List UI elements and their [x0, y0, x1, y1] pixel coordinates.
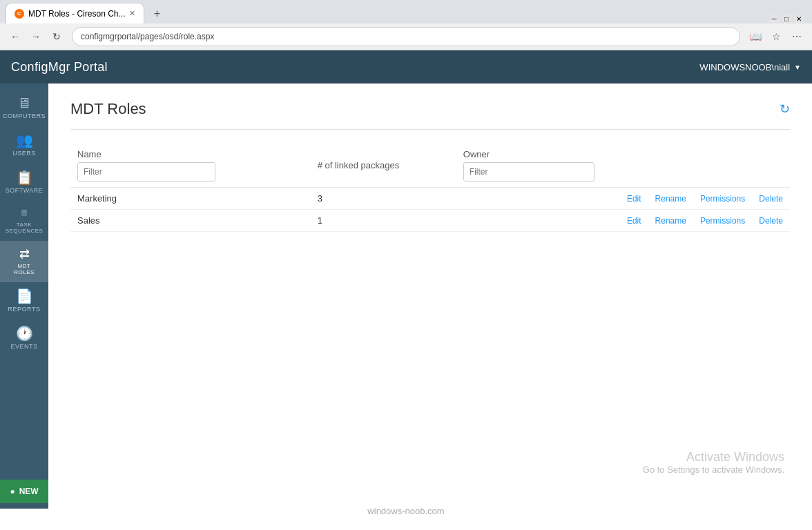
row-sales-name: Sales [70, 210, 311, 232]
col-header-owner: Owner [456, 144, 613, 188]
sidebar-software-label: SOFTWARE [6, 187, 44, 194]
footer-watermark: windows-noob.com [367, 506, 444, 509]
new-tab-button[interactable]: + [147, 4, 166, 23]
favorites-button[interactable]: ☆ [766, 27, 786, 46]
col-header-packages: # of linked packages [311, 144, 456, 188]
marketing-permissions-link[interactable]: Permissions [700, 194, 745, 204]
row-marketing-rename-cell: Rename [648, 188, 693, 210]
new-button[interactable]: ● NEW [0, 480, 48, 503]
refresh-button[interactable]: ↻ [780, 101, 790, 117]
sidebar-mdt-roles-label: MDTROLES [14, 263, 35, 275]
section-divider [70, 129, 790, 130]
sidebar-item-events[interactable]: 🕐 EVENTS [0, 320, 48, 357]
roles-table: Name # of linked packages Owner [70, 144, 790, 232]
row-sales-delete-cell: Delete [752, 210, 790, 232]
mdt-roles-icon: ⇄ [19, 248, 30, 260]
window-maximize-button[interactable]: □ [782, 14, 791, 23]
events-icon: 🕐 [16, 326, 33, 340]
address-bar: ← → ↻ 📖 ☆ ⋯ [0, 23, 812, 50]
table-row: Marketing 3 Edit Rename Permissions [70, 188, 790, 210]
row-marketing-packages: 3 [311, 188, 456, 210]
name-filter-input[interactable] [77, 162, 215, 181]
row-marketing-owner [456, 188, 613, 210]
row-sales-edit-cell: Edit [613, 210, 648, 232]
table-row: Sales 1 Edit Rename Permissions [70, 210, 790, 232]
row-sales-owner [456, 210, 613, 232]
footer-text: windows-noob.com [367, 506, 444, 509]
sidebar-computers-label: COMPUTERS [3, 112, 46, 119]
col-header-permissions [693, 144, 752, 188]
user-menu[interactable]: WINDOWSNOOB\niall ▼ [699, 62, 801, 72]
sidebar-users-label: USERS [12, 150, 36, 157]
row-marketing-name: Marketing [70, 188, 311, 210]
users-icon: 👥 [16, 133, 33, 147]
sidebar-item-computers[interactable]: 🖥 COMPUTERS [0, 89, 48, 126]
sidebar-reports-label: REPORTS [8, 306, 41, 313]
col-header-name: Name [70, 144, 311, 188]
task-sequences-icon: ≡ [21, 208, 27, 219]
owner-filter-input[interactable] [463, 162, 594, 181]
marketing-edit-link[interactable]: Edit [627, 194, 641, 204]
browser-actions: 📖 ☆ ⋯ [746, 27, 806, 46]
sidebar-events-label: EVENTS [10, 343, 37, 350]
tab-close-button[interactable]: ✕ [129, 9, 135, 18]
settings-button[interactable]: ⋯ [787, 27, 806, 46]
back-button[interactable]: ← [6, 27, 25, 46]
main-content: MDT Roles ↻ Name # of linked packages Ow… [48, 84, 812, 509]
row-sales-packages: 1 [311, 210, 456, 232]
new-label: NEW [19, 487, 39, 496]
sidebar-task-sequences-label: TASKSEQUENCES [6, 222, 44, 234]
software-icon: 📋 [16, 170, 33, 184]
user-chevron-icon: ▼ [794, 63, 801, 71]
table-header-row: Name # of linked packages Owner [70, 144, 790, 188]
sales-edit-link[interactable]: Edit [627, 216, 641, 226]
app-body: 🖥 COMPUTERS 👥 USERS 📋 SOFTWARE ≡ TASKSEQ… [0, 84, 812, 509]
sidebar-item-task-sequences[interactable]: ≡ TASKSEQUENCES [0, 201, 48, 241]
sales-permissions-link[interactable]: Permissions [700, 216, 745, 226]
window-close-button[interactable]: ✕ [794, 14, 804, 23]
row-marketing-delete-cell: Delete [752, 188, 790, 210]
tab-favicon: C [14, 9, 24, 19]
marketing-rename-link[interactable]: Rename [655, 194, 686, 204]
username-label: WINDOWSNOOB\niall [699, 62, 790, 72]
browser-chrome: C MDT Roles - Cireson Ch... ✕ + ─ □ ✕ ← … [0, 0, 812, 50]
tab-title: MDT Roles - Cireson Ch... [28, 9, 125, 19]
sales-rename-link[interactable]: Rename [655, 216, 686, 226]
tab-bar: C MDT Roles - Cireson Ch... ✕ + ─ □ ✕ [0, 0, 812, 23]
url-input[interactable] [72, 27, 740, 46]
reader-view-button[interactable]: 📖 [746, 27, 765, 46]
nav-buttons: ← → ↻ [6, 27, 66, 46]
row-marketing-edit-cell: Edit [613, 188, 648, 210]
new-icon: ● [10, 487, 14, 496]
sales-delete-link[interactable]: Delete [759, 216, 783, 226]
sidebar-item-users[interactable]: 👥 USERS [0, 126, 48, 164]
sidebar-item-software[interactable]: 📋 SOFTWARE [0, 164, 48, 201]
row-marketing-permissions-cell: Permissions [693, 188, 752, 210]
page-header: MDT Roles ↻ [70, 100, 790, 118]
page-title: MDT Roles [70, 100, 146, 118]
marketing-delete-link[interactable]: Delete [759, 194, 783, 204]
browser-tab[interactable]: C MDT Roles - Cireson Ch... ✕ [6, 3, 144, 23]
reload-button[interactable]: ↻ [47, 27, 66, 46]
sidebar: 🖥 COMPUTERS 👥 USERS 📋 SOFTWARE ≡ TASKSEQ… [0, 84, 48, 509]
window-minimize-button[interactable]: ─ [769, 14, 779, 23]
row-sales-rename-cell: Rename [648, 210, 693, 232]
reports-icon: 📄 [16, 289, 33, 303]
col-header-edit [613, 144, 648, 188]
col-header-delete [752, 144, 790, 188]
sidebar-bottom: ● NEW [0, 480, 48, 503]
sidebar-item-reports[interactable]: 📄 REPORTS [0, 282, 48, 320]
app-title: ConfigMgr Portal [11, 60, 108, 75]
col-header-rename [648, 144, 693, 188]
forward-button[interactable]: → [26, 27, 46, 46]
computers-icon: 🖥 [17, 96, 31, 110]
app-header: ConfigMgr Portal WINDOWSNOOB\niall ▼ [0, 50, 812, 84]
row-sales-permissions-cell: Permissions [693, 210, 752, 232]
sidebar-item-mdt-roles[interactable]: ⇄ MDTROLES [0, 241, 48, 282]
app-container: ConfigMgr Portal WINDOWSNOOB\niall ▼ 🖥 C… [0, 50, 812, 509]
